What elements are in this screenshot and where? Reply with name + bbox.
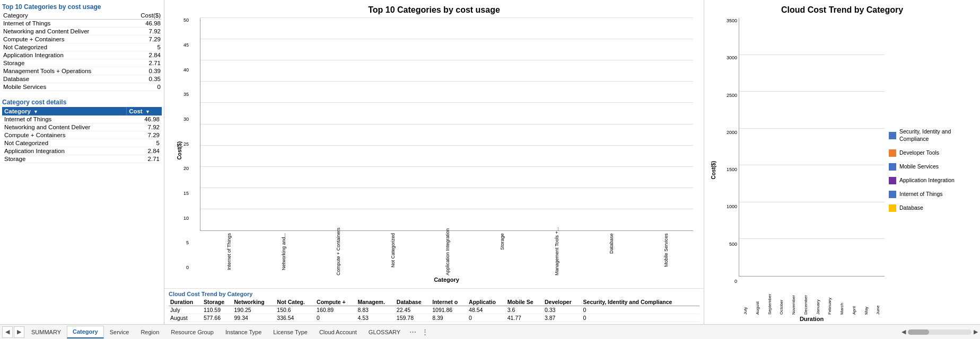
legend-item: Developer Tools — [889, 149, 975, 157]
stacked-x-label: May — [861, 278, 872, 315]
legend-label: Developer Tools — [899, 149, 939, 157]
stacked-x-label: March — [836, 278, 847, 315]
filter-icon-category[interactable]: ▼ — [33, 109, 38, 114]
list-item: Application Integration2.84 — [2, 147, 162, 155]
content-area: Top 10 Categories by cost usage Category… — [0, 0, 980, 324]
tab-item-instance-type[interactable]: Instance Type — [220, 326, 267, 338]
top10-header-cost: Cost($) — [130, 12, 162, 20]
stacked-gridline — [739, 128, 885, 129]
tab-scroll-next-icon[interactable]: ▶ — [974, 328, 978, 335]
y-axis-tick: 40 — [183, 68, 189, 73]
bars-row — [200, 18, 693, 231]
stacked-y-tick: 1000 — [717, 204, 737, 209]
details-header-cost: Cost ▼ — [127, 107, 162, 115]
table-row: Networking and Content Deliver7.92 — [2, 28, 162, 35]
stacked-y-ticks: 0500100015002000250030003500 — [717, 18, 739, 322]
x-axis-label: Application Integration — [445, 233, 450, 275]
y-axis-tick: 20 — [183, 166, 189, 171]
list-item: Compute + Containers7.29 — [2, 131, 162, 139]
x-axis-labels: Internet of ThingsNetworking and...Compu… — [200, 233, 693, 275]
data-table-header: Database — [395, 298, 431, 306]
table-cell: 0.33 — [543, 306, 582, 314]
stacked-y-tick: 500 — [717, 242, 737, 247]
stacked-y-tick: 2500 — [717, 93, 737, 98]
x-axis-label: Not Categorized — [390, 233, 396, 275]
tab-ellipsis[interactable]: ⋯ — [406, 326, 419, 337]
table-row: Compute + Containers7.29 — [2, 35, 162, 43]
tab-item-glossary[interactable]: GLOSSARY — [363, 326, 406, 338]
table-cell: 3.87 — [543, 314, 582, 322]
scrollbar-thumb[interactable] — [908, 329, 929, 335]
stacked-chart-title: Cloud Cost Trend by Category — [710, 5, 975, 15]
stacked-x-label: October — [776, 278, 787, 315]
y-axis-label: Cost($) — [177, 141, 182, 159]
right-panel: Cloud Cost Trend by Category Cost($) 050… — [704, 0, 980, 324]
table-cell: 0 — [315, 314, 356, 322]
gridline — [200, 17, 693, 18]
tab-item-category[interactable]: Category — [67, 326, 104, 338]
bar-chart-container: Top 10 Categories by cost usage Cost($) … — [164, 0, 704, 289]
data-table-title: Cloud Cost Trend by Category — [169, 291, 699, 297]
table-cell: 99.34 — [233, 314, 276, 322]
tab-item-cloud-account[interactable]: Cloud Account — [313, 326, 363, 338]
table-cell: 3.6 — [506, 306, 543, 314]
stacked-x-label: August — [752, 278, 763, 315]
stacked-y-tick: 0 — [717, 279, 737, 284]
stacked-x-label: April — [848, 278, 860, 315]
legend-label: Mobile Services — [899, 163, 939, 171]
stacked-gridline — [739, 165, 885, 165]
tab-nav-next[interactable]: ▶ — [14, 326, 24, 338]
y-axis-tick: 45 — [183, 43, 189, 48]
filter-icon-cost[interactable]: ▼ — [145, 109, 150, 114]
table-cell: 160.89 — [315, 306, 356, 314]
gridline — [200, 209, 693, 209]
stacked-x-label: September — [764, 278, 775, 315]
y-axis-area: Cost($) 05101520253035404550 — [175, 18, 199, 283]
table-cell: 0 — [467, 314, 506, 322]
tab-item-service[interactable]: Service — [104, 326, 135, 338]
gridline — [200, 188, 693, 188]
y-axis-tick: 0 — [183, 265, 189, 270]
gridline — [200, 60, 693, 60]
data-table-header: Applicatio — [467, 298, 506, 306]
tab-item-resource-group[interactable]: Resource Group — [165, 326, 220, 338]
table-cell: 0 — [582, 306, 699, 314]
table-cell: 1091.86 — [431, 306, 467, 314]
x-axis-title: Category — [200, 276, 693, 283]
x-axis-label: Storage — [500, 233, 505, 275]
x-axis-label: Database — [609, 233, 614, 275]
stacked-x-title: Duration — [739, 316, 885, 322]
chart-plot-area: Internet of ThingsNetworking and...Compu… — [200, 18, 693, 283]
y-axis-tick: 50 — [183, 18, 189, 23]
y-axis-tick: 10 — [183, 216, 189, 221]
top10-table: Category Cost($) Internet of Things46.98… — [2, 12, 162, 91]
bar-chart-area: Cost($) 05101520253035404550 Internet of… — [175, 18, 693, 283]
legend-label: Database — [899, 204, 923, 212]
data-table-header: Storage — [202, 298, 233, 306]
tab-nav-prev[interactable]: ◀ — [2, 326, 13, 338]
table-cell: 110.59 — [202, 306, 233, 314]
table-cell: 0 — [582, 314, 699, 322]
top10-title: Top 10 Categories by cost usage — [2, 3, 162, 11]
gridline — [200, 81, 693, 82]
top10-section: Top 10 Categories by cost usage Category… — [0, 2, 164, 92]
x-axis-label: Networking and... — [281, 233, 286, 275]
left-panel: Top 10 Categories by cost usage Category… — [0, 0, 164, 324]
gridline — [200, 102, 693, 103]
table-cell: 577.66 — [202, 314, 233, 322]
tab-options[interactable]: ⋮ — [419, 328, 430, 336]
legend-item: Security, Identity and Compliance — [889, 128, 975, 142]
tab-item-summary[interactable]: SUMMARY — [25, 326, 67, 338]
tab-scroll-prev-icon[interactable]: ◀ — [902, 328, 906, 335]
stacked-y-label: Cost($) — [711, 161, 716, 179]
legend-color-box — [889, 191, 896, 198]
category-details-section: Category cost details Category ▼ Cost ▼ — [0, 96, 164, 164]
legend-item: Internet of Things — [889, 191, 975, 198]
tab-item-license-type[interactable]: License Type — [267, 326, 313, 338]
table-cell: 41.77 — [506, 314, 543, 322]
tab-right-controls: ◀ ▶ — [902, 328, 978, 335]
stacked-x-label: June — [872, 278, 883, 315]
table-cell: 190.25 — [233, 306, 276, 314]
tab-item-region[interactable]: Region — [135, 326, 165, 338]
table-cell: 8.39 — [431, 314, 467, 322]
